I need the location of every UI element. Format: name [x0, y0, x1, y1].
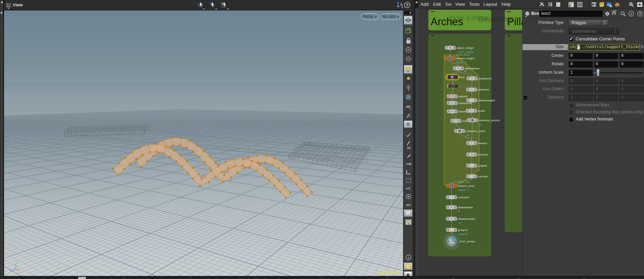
svg-text:Block End: Block End [458, 181, 470, 184]
svg-text:delete3: delete3 [459, 95, 468, 98]
svg-text:y: y [16, 260, 18, 263]
svg-text:group13: group13 [458, 229, 468, 232]
svg-text:uvtexture_points1: uvtexture_points1 [479, 119, 500, 122]
svg-text:x: x [20, 271, 22, 273]
svg-text:Indie Edition: Indie Edition [377, 270, 399, 275]
svg-text:normal1: normal1 [478, 175, 488, 178]
svg-text:?: ? [639, 12, 641, 16]
svg-text:attribpromote1: attribpromote1 [458, 217, 475, 220]
svg-text:i: i [631, 12, 632, 16]
svg-text:polyfill1: polyfill1 [478, 164, 487, 167]
svg-text:reverse1: reverse1 [478, 153, 489, 156]
svg-text:attribwrangle2: attribwrangle2 [478, 99, 495, 102]
svg-text:+: + [408, 77, 409, 80]
svg-text:Block Begin: Block Begin [457, 53, 470, 56]
svg-text:transform4: transform4 [459, 102, 472, 105]
svg-text:attribwrangle3: attribwrangle3 [459, 85, 476, 88]
svg-text:Piece : 3: Piece : 3 [457, 61, 466, 64]
svg-text:foreach_end1: foreach_end1 [458, 184, 474, 187]
svg-text:attribdelete3: attribdelete3 [465, 67, 480, 70]
svg-text:uvtexture_verts1: uvtexture_verts1 [466, 130, 486, 133]
svg-text:uv: uv [466, 134, 469, 137]
svg-text:?: ? [406, 3, 408, 8]
svg-text:attribute2: attribute2 [478, 88, 490, 91]
svg-text:supports: supports [458, 233, 468, 236]
svg-text:Gather : 4: Gather : 4 [458, 188, 469, 191]
svg-text:attribdelete8: attribdelete8 [458, 206, 473, 209]
svg-text:foreach_begin1: foreach_begin1 [456, 57, 475, 60]
svg-text:uv: uv [479, 123, 482, 126]
svg-text:ends2: ends2 [478, 109, 485, 112]
svg-text:Geometry: Geometry [478, 15, 513, 23]
svg-text:object_merge7: object_merge7 [457, 46, 474, 49]
svg-text:z: z [10, 270, 11, 272]
svg-text:uv: uv [458, 221, 461, 224]
svg-text:OUT_arches: OUT_arches [460, 240, 475, 243]
svg-text:polyframe2: polyframe2 [478, 77, 492, 80]
svg-text:box2: box2 [459, 76, 465, 79]
svg-text:normal10: normal10 [458, 196, 469, 199]
svg-text:sweep1: sweep1 [478, 142, 488, 145]
svg-text:i: i [408, 255, 409, 259]
